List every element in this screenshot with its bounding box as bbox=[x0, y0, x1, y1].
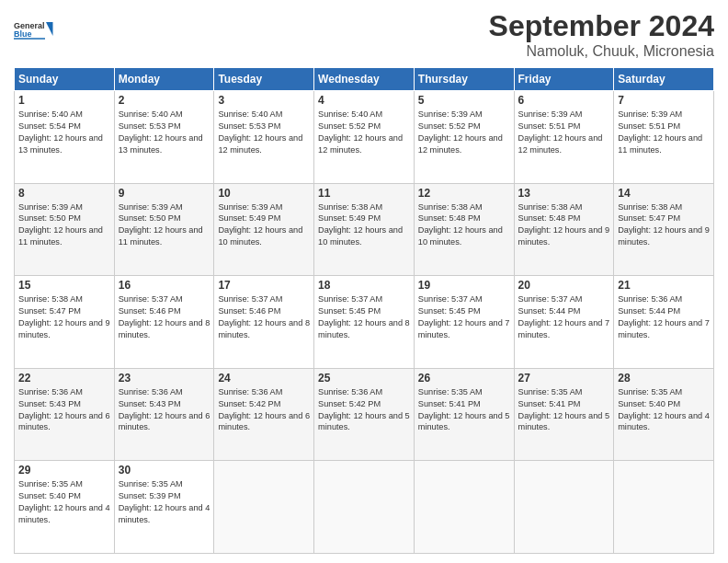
logo: General Blue bbox=[14, 9, 55, 51]
day-number: 15 bbox=[18, 279, 110, 292]
calendar-day-cell: 28Sunrise: 5:35 AMSunset: 5:40 PMDayligh… bbox=[614, 368, 714, 461]
calendar-week-row: 15Sunrise: 5:38 AMSunset: 5:47 PMDayligh… bbox=[15, 276, 714, 369]
calendar-week-row: 1Sunrise: 5:40 AMSunset: 5:54 PMDaylight… bbox=[15, 91, 714, 184]
calendar-day-cell: 9Sunrise: 5:39 AMSunset: 5:50 PMDaylight… bbox=[114, 183, 214, 276]
day-info: Sunrise: 5:35 AMSunset: 5:41 PMDaylight:… bbox=[518, 386, 610, 434]
day-info: Sunrise: 5:35 AMSunset: 5:40 PMDaylight:… bbox=[18, 478, 110, 526]
calendar-day-cell bbox=[614, 461, 714, 554]
calendar-day-cell: 25Sunrise: 5:36 AMSunset: 5:42 PMDayligh… bbox=[314, 368, 415, 461]
day-info: Sunrise: 5:35 AMSunset: 5:39 PMDaylight:… bbox=[119, 478, 210, 526]
logo-image: General Blue bbox=[14, 9, 55, 51]
day-info: Sunrise: 5:39 AMSunset: 5:51 PMDaylight:… bbox=[518, 109, 610, 156]
calendar-day-cell: 4Sunrise: 5:40 AMSunset: 5:52 PMDaylight… bbox=[314, 91, 415, 184]
day-info: Sunrise: 5:39 AMSunset: 5:52 PMDaylight:… bbox=[418, 109, 510, 156]
day-info: Sunrise: 5:40 AMSunset: 5:52 PMDaylight:… bbox=[318, 109, 410, 156]
day-info: Sunrise: 5:35 AMSunset: 5:41 PMDaylight:… bbox=[418, 386, 510, 434]
calendar-day-cell: 26Sunrise: 5:35 AMSunset: 5:41 PMDayligh… bbox=[414, 368, 514, 461]
day-number: 8 bbox=[18, 187, 110, 200]
day-number: 13 bbox=[518, 187, 610, 200]
header-saturday: Saturday bbox=[614, 68, 714, 91]
day-info: Sunrise: 5:37 AMSunset: 5:46 PMDaylight:… bbox=[119, 293, 210, 341]
header-monday: Monday bbox=[114, 68, 214, 91]
calendar-day-cell: 14Sunrise: 5:38 AMSunset: 5:47 PMDayligh… bbox=[614, 183, 714, 276]
day-info: Sunrise: 5:36 AMSunset: 5:42 PMDaylight:… bbox=[218, 386, 310, 434]
calendar-day-cell: 20Sunrise: 5:37 AMSunset: 5:44 PMDayligh… bbox=[514, 276, 614, 369]
calendar-day-cell: 23Sunrise: 5:36 AMSunset: 5:43 PMDayligh… bbox=[114, 368, 214, 461]
calendar-day-cell: 21Sunrise: 5:36 AMSunset: 5:44 PMDayligh… bbox=[614, 276, 714, 369]
header-sunday: Sunday bbox=[15, 68, 115, 91]
day-number: 30 bbox=[119, 464, 210, 477]
title-area: September 2024 Namoluk, Chuuk, Micronesi… bbox=[489, 9, 714, 60]
day-number: 22 bbox=[18, 372, 110, 385]
day-number: 10 bbox=[218, 187, 310, 200]
day-info: Sunrise: 5:39 AMSunset: 5:51 PMDaylight:… bbox=[618, 109, 710, 156]
svg-text:General: General bbox=[14, 21, 45, 30]
day-number: 26 bbox=[418, 372, 510, 385]
day-info: Sunrise: 5:36 AMSunset: 5:44 PMDaylight:… bbox=[618, 293, 710, 341]
day-number: 5 bbox=[418, 94, 510, 107]
day-info: Sunrise: 5:36 AMSunset: 5:42 PMDaylight:… bbox=[318, 386, 410, 434]
day-number: 14 bbox=[618, 187, 710, 200]
calendar-day-cell: 2Sunrise: 5:40 AMSunset: 5:53 PMDaylight… bbox=[114, 91, 214, 184]
calendar-day-cell: 12Sunrise: 5:38 AMSunset: 5:48 PMDayligh… bbox=[414, 183, 514, 276]
day-number: 29 bbox=[18, 464, 110, 477]
day-number: 6 bbox=[518, 94, 610, 107]
day-number: 9 bbox=[119, 187, 210, 200]
day-number: 27 bbox=[518, 372, 610, 385]
day-info: Sunrise: 5:38 AMSunset: 5:47 PMDaylight:… bbox=[18, 293, 110, 341]
calendar-day-cell: 11Sunrise: 5:38 AMSunset: 5:49 PMDayligh… bbox=[314, 183, 415, 276]
day-number: 18 bbox=[318, 279, 410, 292]
calendar-day-cell bbox=[514, 461, 614, 554]
calendar-day-cell: 27Sunrise: 5:35 AMSunset: 5:41 PMDayligh… bbox=[514, 368, 614, 461]
day-info: Sunrise: 5:37 AMSunset: 5:45 PMDaylight:… bbox=[318, 293, 410, 341]
day-number: 12 bbox=[418, 187, 510, 200]
day-number: 16 bbox=[119, 279, 210, 292]
day-number: 7 bbox=[618, 94, 710, 107]
header: General Blue September 2024 Namoluk, Chu… bbox=[14, 9, 714, 60]
calendar-day-cell: 17Sunrise: 5:37 AMSunset: 5:46 PMDayligh… bbox=[214, 276, 314, 369]
day-number: 1 bbox=[18, 94, 110, 107]
day-number: 28 bbox=[618, 372, 710, 385]
page: General Blue September 2024 Namoluk, Chu… bbox=[0, 0, 728, 563]
calendar-header-row: Sunday Monday Tuesday Wednesday Thursday… bbox=[15, 68, 714, 91]
day-info: Sunrise: 5:36 AMSunset: 5:43 PMDaylight:… bbox=[18, 386, 110, 434]
day-info: Sunrise: 5:40 AMSunset: 5:53 PMDaylight:… bbox=[218, 109, 310, 156]
day-info: Sunrise: 5:35 AMSunset: 5:40 PMDaylight:… bbox=[618, 386, 710, 434]
day-number: 3 bbox=[218, 94, 310, 107]
calendar-day-cell: 3Sunrise: 5:40 AMSunset: 5:53 PMDaylight… bbox=[214, 91, 314, 184]
day-number: 23 bbox=[119, 372, 210, 385]
day-number: 2 bbox=[119, 94, 210, 107]
calendar-day-cell: 24Sunrise: 5:36 AMSunset: 5:42 PMDayligh… bbox=[214, 368, 314, 461]
calendar-day-cell bbox=[214, 461, 314, 554]
day-number: 24 bbox=[218, 372, 310, 385]
calendar-day-cell: 8Sunrise: 5:39 AMSunset: 5:50 PMDaylight… bbox=[15, 183, 115, 276]
header-wednesday: Wednesday bbox=[314, 68, 415, 91]
calendar-day-cell: 18Sunrise: 5:37 AMSunset: 5:45 PMDayligh… bbox=[314, 276, 415, 369]
day-number: 19 bbox=[418, 279, 510, 292]
day-number: 21 bbox=[618, 279, 710, 292]
calendar-day-cell: 19Sunrise: 5:37 AMSunset: 5:45 PMDayligh… bbox=[414, 276, 514, 369]
day-info: Sunrise: 5:37 AMSunset: 5:46 PMDaylight:… bbox=[218, 293, 310, 341]
header-tuesday: Tuesday bbox=[214, 68, 314, 91]
day-info: Sunrise: 5:40 AMSunset: 5:54 PMDaylight:… bbox=[18, 109, 110, 156]
header-thursday: Thursday bbox=[414, 68, 514, 91]
page-title: September 2024 bbox=[489, 9, 714, 43]
day-info: Sunrise: 5:40 AMSunset: 5:53 PMDaylight:… bbox=[119, 109, 210, 156]
calendar-day-cell bbox=[414, 461, 514, 554]
calendar-day-cell: 15Sunrise: 5:38 AMSunset: 5:47 PMDayligh… bbox=[15, 276, 115, 369]
calendar-day-cell: 30Sunrise: 5:35 AMSunset: 5:39 PMDayligh… bbox=[114, 461, 214, 554]
calendar-week-row: 29Sunrise: 5:35 AMSunset: 5:40 PMDayligh… bbox=[15, 461, 714, 554]
day-number: 17 bbox=[218, 279, 310, 292]
day-info: Sunrise: 5:38 AMSunset: 5:47 PMDaylight:… bbox=[618, 201, 710, 249]
calendar-day-cell: 1Sunrise: 5:40 AMSunset: 5:54 PMDaylight… bbox=[15, 91, 115, 184]
day-info: Sunrise: 5:37 AMSunset: 5:44 PMDaylight:… bbox=[518, 293, 610, 341]
day-info: Sunrise: 5:39 AMSunset: 5:50 PMDaylight:… bbox=[119, 201, 210, 249]
calendar-week-row: 8Sunrise: 5:39 AMSunset: 5:50 PMDaylight… bbox=[15, 183, 714, 276]
day-info: Sunrise: 5:36 AMSunset: 5:43 PMDaylight:… bbox=[119, 386, 210, 434]
calendar-day-cell: 7Sunrise: 5:39 AMSunset: 5:51 PMDaylight… bbox=[614, 91, 714, 184]
day-info: Sunrise: 5:39 AMSunset: 5:49 PMDaylight:… bbox=[218, 201, 310, 249]
calendar-table: Sunday Monday Tuesday Wednesday Thursday… bbox=[14, 67, 714, 554]
svg-text:Blue: Blue bbox=[14, 29, 32, 39]
day-info: Sunrise: 5:39 AMSunset: 5:50 PMDaylight:… bbox=[18, 201, 110, 249]
calendar-day-cell: 13Sunrise: 5:38 AMSunset: 5:48 PMDayligh… bbox=[514, 183, 614, 276]
